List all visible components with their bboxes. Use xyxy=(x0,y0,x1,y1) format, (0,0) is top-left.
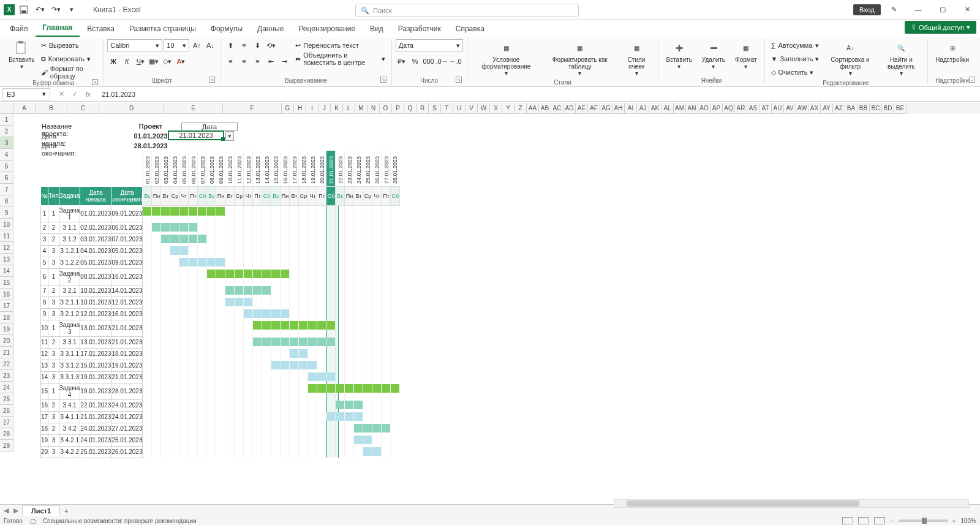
tab-developer[interactable]: Разработчик xyxy=(391,21,448,37)
insert-function-button[interactable]: fx xyxy=(82,88,94,100)
bold-button[interactable]: Ж xyxy=(107,55,119,67)
tab-file[interactable]: Файл xyxy=(2,21,36,37)
column-header[interactable]: AD xyxy=(564,103,576,114)
column-header[interactable]: B xyxy=(36,103,67,114)
column-header[interactable]: W xyxy=(478,103,490,114)
row-header[interactable]: 29 xyxy=(0,440,13,451)
column-header[interactable]: AF xyxy=(588,103,600,114)
cut-button[interactable]: ✂Вырезать xyxy=(39,39,100,51)
new-sheet-button[interactable]: + xyxy=(60,507,72,515)
row-header[interactable]: 10 xyxy=(0,219,13,230)
row-header[interactable]: 27 xyxy=(0,417,13,428)
zoom-out-button[interactable]: − xyxy=(890,518,894,524)
row-header[interactable]: 26 xyxy=(0,405,13,417)
tab-formulas[interactable]: Формулы xyxy=(203,21,250,37)
tab-data[interactable]: Данные xyxy=(250,21,291,37)
align-top-button[interactable]: ⬆ xyxy=(224,39,236,51)
column-header[interactable]: AH xyxy=(612,103,625,114)
row-header[interactable]: 28 xyxy=(0,428,13,440)
row-header[interactable]: 23 xyxy=(0,370,13,382)
comma-format-button[interactable]: 000 xyxy=(423,55,435,67)
row-header[interactable]: 22 xyxy=(0,358,13,370)
cell-styles-button[interactable]: ▦Стили ячеек▾ xyxy=(619,39,655,78)
addins-button[interactable]: ⊞Надстройки xyxy=(932,39,973,64)
increase-decimal-button[interactable]: .0→ xyxy=(436,55,448,67)
column-header[interactable]: V xyxy=(466,103,478,114)
sheet-tab[interactable]: Лист1 xyxy=(22,505,60,516)
column-header[interactable]: BC xyxy=(870,103,882,114)
clear-button[interactable]: ◇Очистить▾ xyxy=(769,66,822,78)
font-size-dropdown[interactable]: 10▾ xyxy=(164,39,189,51)
tab-home[interactable]: Главная xyxy=(36,20,80,37)
accessibility-status[interactable]: Специальные возможности: проверьте реком… xyxy=(43,518,197,524)
formula-input[interactable]: 21.01.2023 xyxy=(97,91,980,98)
row-header[interactable]: 12 xyxy=(0,242,13,254)
redo-button[interactable]: ↷▾ xyxy=(49,3,62,17)
column-header[interactable]: U xyxy=(453,103,466,114)
column-header[interactable]: E xyxy=(164,103,223,114)
zoom-in-button[interactable]: + xyxy=(952,518,956,524)
autosum-button[interactable]: ∑Автосумма▾ xyxy=(769,39,822,51)
column-header[interactable]: O xyxy=(380,103,392,114)
column-header[interactable]: F xyxy=(223,103,282,114)
column-header[interactable]: L xyxy=(343,103,355,114)
enter-formula-button[interactable]: ✓ xyxy=(69,88,81,100)
column-header[interactable]: I xyxy=(306,103,318,114)
row-header[interactable]: 14 xyxy=(0,265,13,277)
row-header[interactable]: 16 xyxy=(0,289,13,300)
column-header[interactable]: AO xyxy=(698,103,710,114)
share-button[interactable]: ⇪Общий доступ▾ xyxy=(905,21,976,34)
column-header[interactable]: AJ xyxy=(637,103,649,114)
page-layout-view-button[interactable] xyxy=(858,517,869,524)
underline-button[interactable]: Ч▾ xyxy=(134,55,146,67)
column-header[interactable]: AT xyxy=(760,103,772,114)
worksheet-grid[interactable]: ABCDEFGHIJKLMNOPQRSTUVWXYZAAABACADAEAFAG… xyxy=(0,103,980,507)
number-launcher[interactable]: ↘ xyxy=(456,77,462,83)
clipboard-launcher[interactable]: ↘ xyxy=(92,79,98,85)
number-format-dropdown[interactable]: Дата▾ xyxy=(396,39,463,51)
tab-review[interactable]: Рецензирование xyxy=(291,21,363,37)
row-header[interactable]: 7 xyxy=(0,184,13,195)
page-break-view-button[interactable] xyxy=(874,517,885,524)
row-header[interactable]: 2 xyxy=(0,126,13,137)
font-color-button[interactable]: A▾ xyxy=(175,55,187,67)
conditional-formatting-button[interactable]: ▦Условное форматирование▾ xyxy=(471,39,541,78)
row-header[interactable]: 25 xyxy=(0,393,13,405)
insert-cells-button[interactable]: ➕Вставить▾ xyxy=(662,39,695,71)
column-header[interactable]: AB xyxy=(539,103,551,114)
row-header[interactable]: 13 xyxy=(0,254,13,265)
column-header[interactable]: A xyxy=(13,103,36,114)
decrease-indent-button[interactable]: ⇤ xyxy=(265,55,277,67)
merge-center-button[interactable]: ⬌Объединить и поместить в центре▾ xyxy=(293,53,387,65)
row-header[interactable]: 9 xyxy=(0,207,13,219)
borders-button[interactable]: ▦▾ xyxy=(148,55,160,67)
font-name-dropdown[interactable]: Calibri▾ xyxy=(107,39,162,51)
percent-format-button[interactable]: % xyxy=(409,55,421,67)
normal-view-button[interactable] xyxy=(842,517,853,524)
orientation-button[interactable]: ⟲▾ xyxy=(265,39,277,51)
format-as-table-button[interactable]: ▦Форматировать как таблицу▾ xyxy=(544,39,616,78)
column-header[interactable]: P xyxy=(392,103,404,114)
row-header[interactable]: 15 xyxy=(0,277,13,289)
column-header[interactable]: AE xyxy=(576,103,588,114)
column-header[interactable]: S xyxy=(429,103,441,114)
column-header[interactable]: AW xyxy=(796,103,809,114)
paste-button[interactable]: Вставить▾ xyxy=(7,39,36,71)
undo-button[interactable]: ↶▾ xyxy=(33,3,47,17)
column-header[interactable]: BD xyxy=(882,103,894,114)
column-header[interactable]: AN xyxy=(686,103,698,114)
column-header[interactable]: AC xyxy=(551,103,564,114)
italic-button[interactable]: К xyxy=(121,55,133,67)
row-header[interactable]: 8 xyxy=(0,195,13,207)
increase-indent-button[interactable]: ⇥ xyxy=(278,55,290,67)
column-header[interactable]: N xyxy=(368,103,380,114)
column-header[interactable]: Z xyxy=(514,103,527,114)
cancel-formula-button[interactable]: ✕ xyxy=(55,88,67,100)
fill-button[interactable]: ▼Заполнить▾ xyxy=(769,53,822,65)
qat-customize-button[interactable]: ▾ xyxy=(65,3,78,17)
tab-layout[interactable]: Разметка страницы xyxy=(122,21,203,37)
column-header[interactable]: AK xyxy=(649,103,662,114)
column-header[interactable]: D xyxy=(99,103,164,114)
increase-font-button[interactable]: A↑ xyxy=(190,39,203,51)
row-header[interactable]: 24 xyxy=(0,382,13,393)
